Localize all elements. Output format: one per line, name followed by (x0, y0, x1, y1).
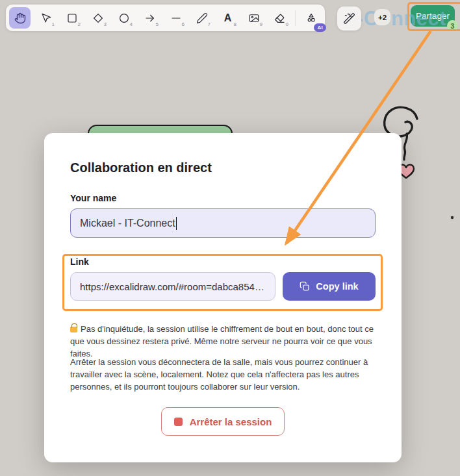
copy-icon (300, 281, 310, 292)
question-doodle (385, 107, 417, 136)
stop-icon (174, 418, 183, 426)
tool-hand[interactable] (9, 7, 31, 29)
mouse-pointer-icon (40, 12, 52, 24)
shapes-icon (305, 12, 317, 24)
tool-shortcut: 5 (156, 21, 159, 27)
share-button-label: Partager (416, 11, 450, 21)
tool-rectangle[interactable]: 2 (61, 7, 83, 29)
tool-shortcut: 6 (182, 21, 185, 27)
toolbar-divider (295, 10, 296, 26)
tool-shapes-ai[interactable]: AI (300, 7, 322, 29)
collaborator-count-badge[interactable]: +2 (374, 9, 390, 25)
eraser-icon (274, 12, 286, 24)
hand-icon (14, 12, 26, 24)
image-icon (248, 12, 260, 24)
ai-badge: AI (314, 23, 326, 32)
privacy-note: Pas d'inquiétude, la session utilise le … (70, 323, 379, 360)
link-label: Link (70, 257, 89, 267)
ellipse-icon (118, 12, 130, 24)
toolbar: 1 2 3 4 5 (6, 5, 325, 31)
tool-shortcut: 9 (260, 21, 262, 27)
copy-link-label: Copy link (316, 281, 358, 292)
arrow-icon (144, 12, 156, 24)
tool-diamond[interactable]: 3 (87, 7, 109, 29)
name-input-value: Mickael - IT-Connect (80, 218, 175, 229)
text-icon: A (224, 13, 232, 23)
share-button[interactable]: Partager 3 (411, 5, 455, 27)
lock-icon (70, 327, 77, 332)
tool-shortcut: 4 (130, 21, 133, 27)
tool-shortcut: 0 (286, 21, 288, 27)
stop-session-button[interactable]: Arrêter la session (161, 407, 285, 436)
stop-session-label: Arrêter la session (190, 416, 272, 427)
text-caret (176, 217, 177, 230)
name-input[interactable]: Mickael - IT-Connect (70, 208, 376, 238)
stop-note: Arrêter la session vous déconnectera de … (70, 356, 379, 393)
tool-line[interactable]: 6 (165, 7, 186, 29)
dot-doodle (451, 216, 454, 219)
rectangle-icon (66, 12, 78, 24)
pencil-icon (196, 12, 208, 24)
tool-shortcut: 7 (208, 21, 211, 27)
tool-ellipse[interactable]: 4 (113, 7, 134, 29)
tool-shortcut: 1 (52, 21, 55, 27)
tool-shortcut: 8 (234, 21, 236, 27)
collaboration-dialog: Collaboration en direct Your name Mickae… (44, 133, 402, 462)
tool-selection[interactable]: 1 (35, 7, 57, 29)
laser-pointer-button[interactable] (337, 6, 361, 31)
dialog-title: Collaboration en direct (70, 160, 212, 175)
line-icon (170, 12, 182, 24)
question-doodle-tail (404, 134, 407, 160)
tool-arrow[interactable]: 5 (139, 7, 160, 29)
magic-wand-icon (343, 12, 355, 25)
tool-image[interactable]: 9 (243, 7, 264, 29)
privacy-note-text: Pas d'inquiétude, la session utilise le … (70, 324, 374, 358)
diamond-icon (92, 12, 104, 24)
copy-link-button[interactable]: Copy link (283, 272, 376, 301)
share-count-badge: 3 (447, 20, 458, 31)
tool-draw[interactable]: 7 (191, 7, 212, 29)
tool-shortcut: 3 (104, 21, 107, 27)
tool-text[interactable]: A 8 (217, 7, 238, 29)
tool-eraser[interactable]: 0 (269, 7, 290, 29)
link-input-value: https://excalidraw.com/#room=dabca854… (80, 281, 264, 292)
link-input[interactable]: https://excalidraw.com/#room=dabca854… (70, 272, 275, 301)
excalidraw-app: 1 2 3 4 5 (0, 0, 460, 476)
name-label: Your name (70, 193, 116, 203)
tool-shortcut: 2 (78, 21, 81, 27)
